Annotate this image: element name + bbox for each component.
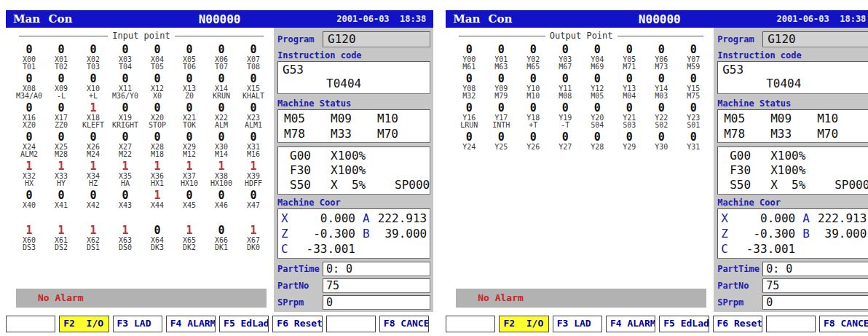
- part-time-row: PartTime 0: 0: [717, 262, 868, 276]
- point-tag: -L: [45, 93, 77, 100]
- title-rule-left: [459, 36, 545, 36]
- io-point: 0Y04M69: [581, 44, 613, 71]
- point-tag: [581, 151, 613, 158]
- feed-row: F30X100%: [278, 163, 430, 178]
- point-value: 0: [237, 102, 269, 114]
- point-tag: ALM1: [237, 122, 269, 129]
- point-value: 0: [141, 44, 173, 55]
- point-tag: T08: [237, 63, 269, 71]
- point-value: 1: [237, 224, 269, 236]
- feed-rate: X 5%: [770, 178, 835, 192]
- point-value: 0: [109, 131, 141, 143]
- point-value: 0: [109, 44, 141, 55]
- instruction-line-1: G53: [722, 63, 865, 77]
- point-tag: HX100: [205, 180, 237, 187]
- datetime: 2001-06-03 18:38: [302, 14, 426, 24]
- point-value: 0: [205, 190, 237, 201]
- io-point: 0Y13M04: [613, 73, 645, 100]
- io-grid-row: 0X40 0X41 0X42 0X43 1X44 0X45 0X46 0X47: [13, 190, 269, 216]
- point-value: 0: [677, 44, 709, 55]
- fkey-f5[interactable]: F5 EdLad: [219, 316, 269, 332]
- point-value: 0: [77, 190, 109, 201]
- fkey-f4[interactable]: F4 ALARM: [166, 316, 216, 332]
- fkey-f2[interactable]: F2 I/O: [499, 316, 548, 332]
- point-tag: DS0: [109, 244, 141, 251]
- io-point: 0X64DK3: [141, 224, 173, 251]
- axis-label: X: [281, 211, 293, 226]
- io-point: 1X33HY: [45, 160, 77, 187]
- io-point: 0X43: [109, 190, 141, 216]
- title-bar: Man Con N00000 2001-06-03 18:38: [6, 10, 433, 28]
- point-value: 1: [173, 224, 205, 236]
- point-value: 0: [549, 131, 581, 143]
- point-value: 0: [109, 102, 141, 114]
- point-tag: M32: [453, 93, 485, 100]
- io-point: 0X01T02: [45, 44, 77, 71]
- point-tag: [141, 209, 173, 216]
- point-value: 0: [485, 102, 517, 114]
- point-value: 0: [645, 102, 677, 114]
- point-value: 0: [485, 131, 517, 143]
- coor-row: Z-0.300B39.000: [721, 226, 867, 241]
- fkey-f2[interactable]: F2 I/O: [59, 316, 108, 332]
- fkey-empty[interactable]: [766, 316, 816, 332]
- point-tag: M61: [453, 63, 485, 71]
- point-value: 0: [517, 131, 549, 143]
- axis-label: [355, 241, 377, 257]
- feed-code: G00: [718, 149, 770, 163]
- io-point: 0X42: [77, 190, 109, 216]
- fkey-f6[interactable]: F6 Reset: [713, 316, 762, 332]
- machine-status-label: Machine Status: [717, 98, 868, 109]
- fkey-f4[interactable]: F4 ALARM: [606, 316, 655, 332]
- sprpm-value: 0: [762, 295, 868, 310]
- point-tag: DS3: [13, 244, 45, 251]
- fkey-f3[interactable]: F3 LAD: [113, 316, 162, 332]
- status-code: M70: [817, 126, 864, 141]
- io-point: 0X17ZZ0: [45, 102, 77, 129]
- io-point: 0X21TOK: [173, 102, 205, 129]
- io-point: 0X04T05: [141, 44, 173, 71]
- point-value: 1: [109, 160, 141, 172]
- io-point: 0Y14M03: [645, 73, 677, 100]
- point-value: 1: [237, 160, 269, 172]
- point-tag: HZ: [77, 180, 109, 187]
- fkey-f8[interactable]: F8 CANCEL: [819, 316, 868, 332]
- fkey-empty[interactable]: [446, 316, 495, 332]
- point-tag: [237, 209, 269, 216]
- io-point: 0Y05M71: [613, 44, 645, 71]
- io-point: 0X02T03: [77, 44, 109, 71]
- io-point: 0X07T08: [237, 44, 269, 71]
- fkey-empty[interactable]: [6, 316, 55, 332]
- output-point-panel: Man Con N00000 2001-06-03 18:38 Output P…: [446, 10, 868, 332]
- coor-row: Z-0.300B39.000: [281, 226, 427, 241]
- io-point: 1X37HX10: [173, 160, 205, 187]
- point-tag: [485, 151, 517, 158]
- point-tag: M65: [517, 63, 549, 71]
- grid-title: Input point: [108, 31, 174, 41]
- program-row: Program G120: [277, 31, 430, 47]
- io-point: 0X19KRIGHT: [109, 102, 141, 129]
- fkey-f8[interactable]: F8 CANCEL: [379, 316, 429, 332]
- point-tag: M36/Y0: [109, 93, 141, 100]
- fkey-empty[interactable]: [326, 316, 376, 332]
- program-label: Program: [277, 34, 323, 44]
- point-tag: S04: [581, 122, 613, 129]
- fkey-f5[interactable]: F5 EdLad: [659, 316, 709, 332]
- fkey-f6[interactable]: F6 Reset: [272, 316, 322, 332]
- status-code: M05: [284, 111, 331, 126]
- io-point: 0X29M12: [173, 131, 205, 158]
- point-tag: [613, 151, 645, 158]
- io-point: 0X66DK1: [205, 224, 237, 251]
- point-value: 0: [453, 102, 485, 114]
- point-value: 1: [45, 224, 77, 236]
- fkey-f3[interactable]: F3 LAD: [553, 316, 602, 332]
- status-code: M33: [331, 126, 377, 141]
- feed-row: S50X 5%SP000: [278, 178, 430, 192]
- point-value: 0: [77, 73, 109, 85]
- point-value: 0: [677, 131, 709, 143]
- io-point: 0Y02M65: [517, 44, 549, 71]
- axis-label: X: [721, 211, 733, 226]
- io-grid-row: 0X16XZ00X17ZZ01X18KLEFT0X19KRIGHT0X20STO…: [13, 102, 269, 129]
- point-tag: M18: [141, 151, 173, 158]
- fkey-bar: F2 I/OF3 LADF4 ALARMF5 EdLadF6 ResetF8 C…: [6, 316, 433, 332]
